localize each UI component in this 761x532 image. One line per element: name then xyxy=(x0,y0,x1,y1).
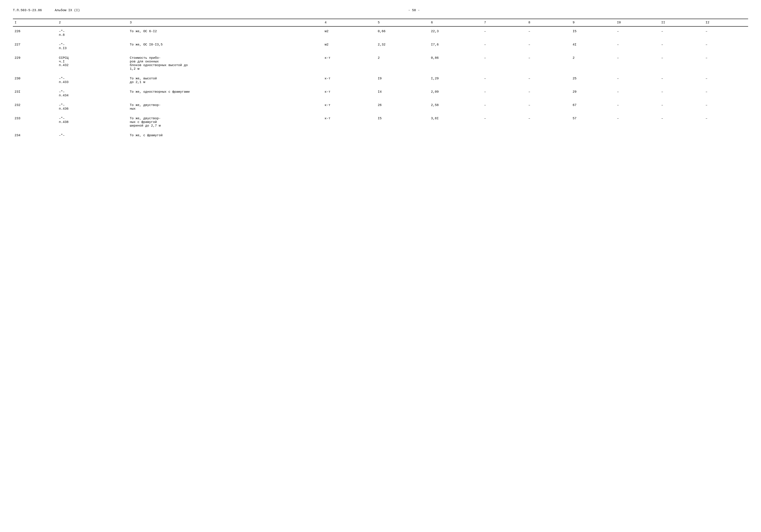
table-row: 230–"– п.433То же, высотой до 2,1 мк-тI9… xyxy=(13,74,748,87)
row-ref: –"– п.436 xyxy=(57,100,128,114)
col-header-9: 9 xyxy=(571,19,615,27)
row-desc: То же, двуствор- ных с фрамугой шириной … xyxy=(128,114,323,131)
row-col5: 26 xyxy=(376,100,429,114)
row-col7: – xyxy=(482,27,527,40)
row-col5: I4 xyxy=(376,87,429,100)
row-desc: Стоимость прибо- ров для оконных блоков … xyxy=(128,53,323,74)
row-col9: 57 xyxy=(571,114,615,131)
col-header-3: 3 xyxy=(128,19,323,27)
row-col5: I9 xyxy=(376,74,429,87)
row-col10: – xyxy=(615,40,660,53)
row-unit: м2 xyxy=(323,27,376,40)
row-col8: – xyxy=(527,40,571,53)
row-desc: То же, ОС I8-I3,5 xyxy=(128,40,323,53)
col-header-7: 7 xyxy=(482,19,527,27)
row-col11: – xyxy=(660,114,704,131)
row-col12 xyxy=(704,131,748,140)
table-row: 233–"– п.438То же, двуствор- ных с фраму… xyxy=(13,114,748,131)
row-col9 xyxy=(571,131,615,140)
table-row: 229ССРСЦ ч.I п.432Стоимость прибо- ров д… xyxy=(13,53,748,74)
row-col6: I7,6 xyxy=(429,40,482,53)
row-ref: –"– п.I3 xyxy=(57,40,128,53)
main-table: I 2 3 4 5 6 7 8 9 I0 II I2 226–"– п.8То … xyxy=(13,19,748,140)
row-col7: – xyxy=(482,87,527,100)
row-desc: То же, двуствор- ных xyxy=(128,100,323,114)
album-label: Альбом IX (I) xyxy=(55,9,80,12)
row-col8: – xyxy=(527,100,571,114)
row-ref: –"– xyxy=(57,131,128,140)
row-col12: – xyxy=(704,74,748,87)
row-unit: к-т xyxy=(323,53,376,74)
col-header-6: 6 xyxy=(429,19,482,27)
row-col10: – xyxy=(615,27,660,40)
row-col6: 0,86 xyxy=(429,53,482,74)
row-col5: 2 xyxy=(376,53,429,74)
row-col7: – xyxy=(482,74,527,87)
row-col9: 67 xyxy=(571,100,615,114)
row-ref: –"– п.438 xyxy=(57,114,128,131)
row-ref: ССРСЦ ч.I п.432 xyxy=(57,53,128,74)
row-col8: – xyxy=(527,74,571,87)
doc-number: Т.П.503-5-23.86 xyxy=(13,9,42,12)
row-num: 226 xyxy=(13,27,57,40)
col-header-5: 5 xyxy=(376,19,429,27)
row-col8: – xyxy=(527,87,571,100)
row-col6: 3,8I xyxy=(429,114,482,131)
page-header: Т.П.503-5-23.86 Альбом IX (I) - 58 - xyxy=(13,9,748,12)
col-header-4: 4 xyxy=(323,19,376,27)
row-col11 xyxy=(660,131,704,140)
row-col10: – xyxy=(615,53,660,74)
row-num: 233 xyxy=(13,114,57,131)
row-col12: – xyxy=(704,100,748,114)
row-unit: к-т xyxy=(323,114,376,131)
row-desc: То же, с фрамугой xyxy=(128,131,323,140)
row-col6: I,29 xyxy=(429,74,482,87)
row-col5 xyxy=(376,131,429,140)
row-desc: То же, одностворных с фрамугами xyxy=(128,87,323,100)
row-num: 234 xyxy=(13,131,57,140)
table-row: 23I–"– п.434То же, одностворных с фрамуг… xyxy=(13,87,748,100)
header-left: Т.П.503-5-23.86 Альбом IX (I) xyxy=(13,9,80,12)
row-col9: 29 xyxy=(571,87,615,100)
row-col6 xyxy=(429,131,482,140)
row-desc: То же, высотой до 2,1 м xyxy=(128,74,323,87)
row-num: 227 xyxy=(13,40,57,53)
col-header-10: I0 xyxy=(615,19,660,27)
row-col10 xyxy=(615,131,660,140)
row-col11: – xyxy=(660,40,704,53)
row-col8 xyxy=(527,131,571,140)
row-col11: – xyxy=(660,27,704,40)
row-unit: м2 xyxy=(323,40,376,53)
row-col10: – xyxy=(615,114,660,131)
row-col11: – xyxy=(660,100,704,114)
table-row: 226–"– п.8То же, ОС 6-I2м20,6622,3––I5––… xyxy=(13,27,748,40)
row-col7: – xyxy=(482,53,527,74)
table-row: 234–"–То же, с фрамугой xyxy=(13,131,748,140)
table-row: 227–"– п.I3То же, ОС I8-I3,5м22,32I7,6––… xyxy=(13,40,748,53)
row-col5: I5 xyxy=(376,114,429,131)
row-col12: – xyxy=(704,27,748,40)
col-header-1: I xyxy=(13,19,57,27)
row-col11: – xyxy=(660,53,704,74)
row-num: 229 xyxy=(13,53,57,74)
row-num: 23I xyxy=(13,87,57,100)
row-col9: 2 xyxy=(571,53,615,74)
row-ref: –"– п.434 xyxy=(57,87,128,100)
table-header-row: I 2 3 4 5 6 7 8 9 I0 II I2 xyxy=(13,19,748,27)
row-unit xyxy=(323,131,376,140)
col-header-12: I2 xyxy=(704,19,748,27)
row-desc: То же, ОС 6-I2 xyxy=(128,27,323,40)
table-row: 232–"– п.436То же, двуствор- ныхк-т262,5… xyxy=(13,100,748,114)
row-col10: – xyxy=(615,100,660,114)
row-col5: 0,66 xyxy=(376,27,429,40)
row-unit: к-т xyxy=(323,100,376,114)
row-ref: –"– п.8 xyxy=(57,27,128,40)
row-col8: – xyxy=(527,27,571,40)
row-col6: 2,09 xyxy=(429,87,482,100)
row-col12: – xyxy=(704,53,748,74)
row-col7: – xyxy=(482,100,527,114)
row-col8: – xyxy=(527,53,571,74)
row-unit: к-т xyxy=(323,87,376,100)
row-col9: I5 xyxy=(571,27,615,40)
row-col10: – xyxy=(615,87,660,100)
